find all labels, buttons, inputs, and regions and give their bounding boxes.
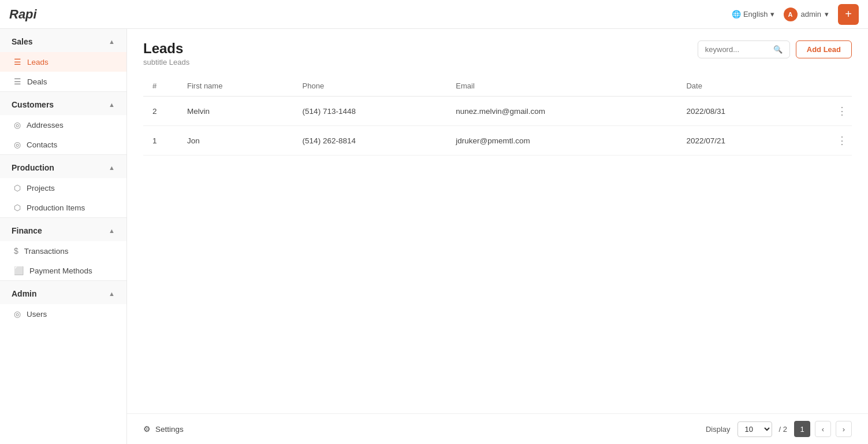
app-logo: Rapi (9, 7, 37, 22)
sidebar-item-addresses-label: Addresses (27, 121, 64, 130)
sidebar-item-leads-label: Leads (27, 58, 49, 66)
row-actions-button[interactable]: ⋮ (800, 126, 852, 156)
page-total: / 2 (779, 425, 787, 434)
admin-label: admin (801, 10, 821, 18)
cell-id: 1 (143, 126, 178, 156)
language-selector[interactable]: 🌐 English ▾ (732, 10, 774, 18)
sidebar-section-sales[interactable]: Sales ▲ (0, 29, 126, 52)
page-current: 1 (794, 421, 810, 437)
settings-label: Settings (155, 425, 184, 434)
sidebar-item-deals[interactable]: ☰ Deals (0, 72, 126, 91)
payment-methods-icon: ⬜ (14, 266, 24, 275)
plus-icon: + (845, 8, 852, 21)
page-actions: 🔍 Add Lead (698, 40, 852, 58)
cell-first-name: Jon (178, 126, 293, 156)
sidebar-item-payment-methods[interactable]: ⬜ Payment Methods (0, 261, 126, 280)
search-box[interactable]: 🔍 (698, 40, 790, 58)
leads-table: # First name Phone Email Date 2 Melvin (… (143, 76, 852, 156)
main-content: Leads subtitle Leads 🔍 Add Lead # First … (127, 29, 868, 444)
projects-icon: ⬡ (14, 183, 21, 193)
cell-email: nunez.melvin@gmail.com (446, 97, 677, 126)
sidebar-item-projects[interactable]: ⬡ Projects (0, 178, 126, 198)
prev-page-button[interactable]: ‹ (815, 421, 831, 437)
table-header-row: # First name Phone Email Date (143, 76, 852, 97)
sidebar-item-transactions[interactable]: $ Transactions (0, 241, 126, 261)
sidebar: Sales ▲ ☰ Leads ☰ Deals Customers ▲ ◎ Ad… (0, 29, 127, 444)
page-title-block: Leads subtitle Leads (143, 40, 189, 66)
deals-icon: ☰ (14, 77, 21, 86)
table-row[interactable]: 1 Jon (514) 262-8814 jdruker@pmemtl.com … (143, 126, 852, 156)
sidebar-section-customers[interactable]: Customers ▲ (0, 91, 126, 115)
col-email: Email (446, 76, 677, 97)
finance-chevron-icon: ▲ (109, 227, 115, 234)
table-row[interactable]: 2 Melvin (514) 713-1448 nunez.melvin@gma… (143, 97, 852, 126)
globe-icon: 🌐 (732, 10, 741, 18)
sidebar-item-payment-methods-label: Payment Methods (29, 267, 92, 275)
display-label: Display (706, 425, 731, 434)
col-phone: Phone (293, 76, 447, 97)
settings-button[interactable]: ⚙ Settings (143, 424, 184, 434)
customers-chevron-icon: ▲ (109, 101, 115, 108)
sidebar-section-production-label: Production (12, 163, 54, 172)
topbar-right: 🌐 English ▾ A admin ▾ + (732, 4, 859, 25)
sidebar-item-production-items[interactable]: ⬡ Production Items (0, 198, 126, 217)
next-page-button[interactable]: › (836, 421, 852, 437)
transactions-icon: $ (14, 246, 18, 256)
add-lead-button[interactable]: Add Lead (796, 40, 852, 58)
sidebar-item-projects-label: Projects (27, 184, 55, 193)
cell-phone: (514) 713-1448 (293, 97, 447, 126)
settings-icon: ⚙ (143, 424, 151, 434)
users-icon: ◎ (14, 309, 21, 319)
cell-id: 2 (143, 97, 178, 126)
row-actions-button[interactable]: ⋮ (800, 97, 852, 126)
sidebar-section-admin-label: Admin (12, 289, 37, 298)
topbar: Rapi 🌐 English ▾ A admin ▾ + (0, 0, 868, 29)
sidebar-section-finance[interactable]: Finance ▲ (0, 217, 126, 241)
sidebar-section-sales-label: Sales (12, 37, 33, 46)
search-icon: 🔍 (773, 45, 783, 54)
admin-chevron-icon: ▲ (109, 290, 115, 297)
col-actions-header (800, 76, 852, 97)
cell-email: jdruker@pmemtl.com (446, 126, 677, 156)
avatar: A (784, 8, 798, 21)
production-chevron-icon: ▲ (109, 164, 115, 171)
page-title: Leads (143, 40, 189, 57)
admin-chevron-icon: ▾ (825, 10, 829, 18)
sidebar-section-production[interactable]: Production ▲ (0, 154, 126, 178)
cell-date: 2022/08/31 (677, 97, 800, 126)
sidebar-item-contacts[interactable]: ◎ Contacts (0, 135, 126, 154)
sidebar-section-admin[interactable]: Admin ▲ (0, 280, 126, 304)
page-footer: ⚙ Settings Display 10 25 50 100 / 2 1 ‹ … (127, 413, 868, 444)
col-date: Date (677, 76, 800, 97)
page-size-select[interactable]: 10 25 50 100 (737, 421, 772, 437)
admin-selector[interactable]: A admin ▾ (784, 8, 829, 21)
sidebar-item-transactions-label: Transactions (24, 247, 69, 256)
topbar-add-button[interactable]: + (838, 4, 859, 25)
sidebar-item-users-label: Users (27, 310, 47, 319)
addresses-icon: ◎ (14, 120, 21, 130)
sidebar-item-addresses[interactable]: ◎ Addresses (0, 115, 126, 135)
app-body: Sales ▲ ☰ Leads ☰ Deals Customers ▲ ◎ Ad… (0, 29, 868, 444)
sidebar-item-production-items-label: Production Items (27, 204, 85, 212)
chevron-left-icon: ‹ (822, 425, 824, 434)
sidebar-item-deals-label: Deals (27, 77, 47, 86)
pagination-area: Display 10 25 50 100 / 2 1 ‹ › (706, 421, 852, 437)
lang-chevron-icon: ▾ (770, 10, 774, 18)
contacts-icon: ◎ (14, 140, 21, 149)
col-first-name: First name (178, 76, 293, 97)
language-label: English (743, 10, 768, 18)
sidebar-section-finance-label: Finance (12, 226, 42, 235)
sidebar-item-users[interactable]: ◎ Users (0, 304, 126, 324)
page-subtitle: subtitle Leads (143, 58, 189, 66)
table-container: # First name Phone Email Date 2 Melvin (… (127, 76, 868, 413)
chevron-right-icon: › (843, 425, 845, 434)
search-input[interactable] (705, 45, 770, 54)
leads-icon: ☰ (14, 57, 21, 66)
cell-phone: (514) 262-8814 (293, 126, 447, 156)
sidebar-item-contacts-label: Contacts (27, 140, 57, 149)
cell-date: 2022/07/21 (677, 126, 800, 156)
page-header: Leads subtitle Leads 🔍 Add Lead (127, 29, 868, 76)
sidebar-item-leads[interactable]: ☰ Leads (0, 52, 126, 72)
cell-first-name: Melvin (178, 97, 293, 126)
sidebar-section-customers-label: Customers (12, 100, 54, 109)
